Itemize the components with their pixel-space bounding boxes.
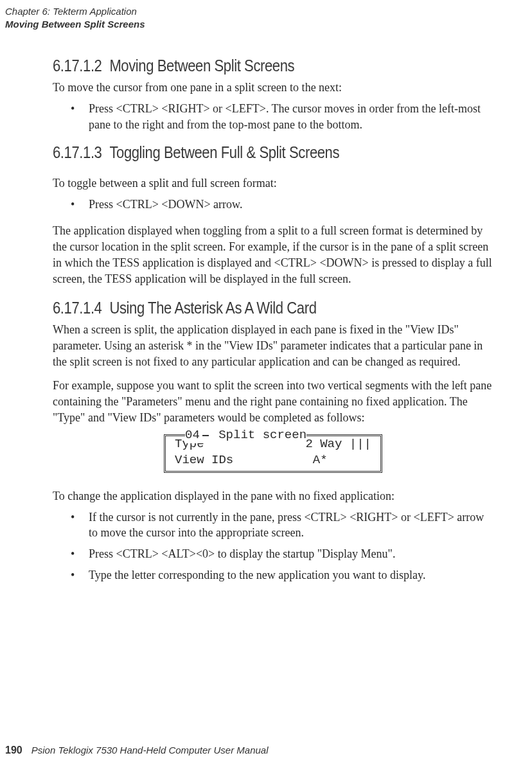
page-content: 6.17.1.2Moving Between Split Screens To … <box>53 56 493 583</box>
diagram-row: View IDs A* <box>175 452 371 468</box>
heading-6-17-1-2: 6.17.1.2Moving Between Split Screens <box>53 56 427 76</box>
list-item: Press <CTRL> <DOWN> arrow. <box>53 197 493 213</box>
legend-dash-icon <box>202 435 209 436</box>
split-screen-diagram: 04 Split screen Type 2 Way ||| View IDs … <box>164 434 382 472</box>
paragraph: For example, suppose you want to split t… <box>53 378 493 425</box>
legend-text: Split screen <box>218 427 306 443</box>
list-item: Press <CTRL> <ALT><0> to display the sta… <box>53 546 493 562</box>
bullet-list: If the cursor is not currently in the pa… <box>53 509 493 583</box>
paragraph: To change the application displayed in t… <box>53 488 493 504</box>
heading-6-17-1-4: 6.17.1.4Using The Asterisk As A Wild Car… <box>53 298 427 318</box>
header-section-title: Moving Between Split Screens <box>5 18 493 31</box>
paragraph: When a screen is split, the application … <box>53 322 493 369</box>
chapter-label: Chapter 6: Tekterm Application <box>5 5 493 18</box>
footer-text: Psion Teklogix 7530 Hand-Held Computer U… <box>31 745 269 756</box>
section-heading-text: Toggling Between Full & Split Screens <box>109 143 339 162</box>
section-heading-text: Using The Asterisk As A Wild Card <box>109 298 316 317</box>
bullet-list: Press <CTRL> <DOWN> arrow. <box>53 197 493 213</box>
paragraph: To move the cursor from one pane in a sp… <box>53 80 493 96</box>
page-number: 190 <box>5 745 22 756</box>
paragraph: To toggle between a split and full scree… <box>53 175 493 191</box>
list-item: Press <CTRL> <RIGHT> or <LEFT>. The curs… <box>53 101 493 133</box>
list-item: If the cursor is not currently in the pa… <box>53 509 493 542</box>
row-value: 2 Way ||| <box>305 436 371 452</box>
section-number: 6.17.1.4 <box>53 298 102 317</box>
bullet-list: Press <CTRL> <RIGHT> or <LEFT>. The curs… <box>53 101 493 133</box>
section-number: 6.17.1.2 <box>53 56 102 75</box>
heading-6-17-1-3: 6.17.1.3Toggling Between Full & Split Sc… <box>53 143 427 163</box>
section-number: 6.17.1.3 <box>53 143 102 162</box>
page-footer: 190Psion Teklogix 7530 Hand-Held Compute… <box>5 745 269 756</box>
chapter-header: Chapter 6: Tekterm Application Moving Be… <box>5 5 493 30</box>
row-value: A* <box>313 452 371 468</box>
row-label: View IDs <box>175 452 233 468</box>
legend-number: 04 <box>185 427 200 443</box>
section-heading-text: Moving Between Split Screens <box>109 56 294 75</box>
diagram-legend: 04 Split screen <box>185 427 306 443</box>
list-item: Type the letter corresponding to the new… <box>53 567 493 583</box>
paragraph: The application displayed when toggling … <box>53 223 493 287</box>
